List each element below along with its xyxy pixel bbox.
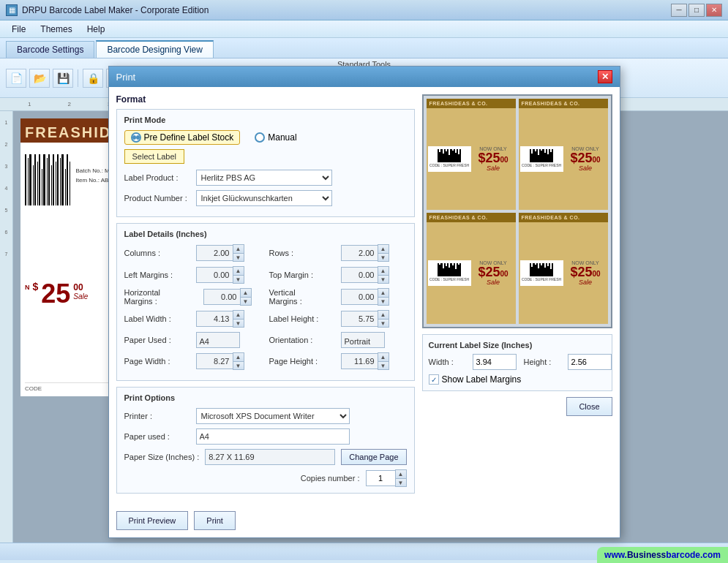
preview-barcode-3: CODE : SUPER FRESH xyxy=(428,260,471,286)
preview-body-inner-4: CODE : SUPER FRESH NOW ONLY $2500 Sale xyxy=(520,260,607,286)
size-row: Width : Height : xyxy=(429,354,606,370)
columns-up[interactable]: ▲ xyxy=(233,245,244,253)
label-height-down[interactable]: ▼ xyxy=(378,319,389,327)
rows-spinner: ▲ ▼ xyxy=(341,244,389,262)
dialog-title: Print xyxy=(116,72,136,83)
toolbar-new[interactable]: 📄 xyxy=(6,69,26,88)
rows-down[interactable]: ▼ xyxy=(378,253,389,261)
horizontal-margins-down[interactable]: ▼ xyxy=(241,297,251,305)
close-button[interactable]: ✕ xyxy=(706,4,722,17)
toolbar-lock[interactable]: 🔒 xyxy=(83,69,103,88)
preview-label-2: FREASHIDEAS & CO. xyxy=(519,99,608,210)
toolbar-open[interactable]: 📂 xyxy=(29,69,50,88)
columns-down[interactable]: ▼ xyxy=(233,253,244,261)
copies-spinner-btns: ▲ ▼ xyxy=(395,469,407,487)
top-margin-up[interactable]: ▲ xyxy=(378,267,389,275)
page-height-down[interactable]: ▼ xyxy=(378,361,389,369)
radio-predefine-btn[interactable] xyxy=(131,132,141,143)
columns-input[interactable] xyxy=(196,245,233,261)
radio-predefine[interactable]: Pre Define Label Stock xyxy=(124,130,241,145)
print-dialog: Print ✕ Format Print Mode Pre Define Lab… xyxy=(108,66,620,538)
left-margins-up[interactable]: ▲ xyxy=(233,267,244,275)
menu-themes[interactable]: Themes xyxy=(34,23,78,36)
page-width-input[interactable] xyxy=(196,353,233,369)
label-height-up[interactable]: ▲ xyxy=(378,311,389,319)
minimize-button[interactable]: ─ xyxy=(671,4,687,17)
width-value-input[interactable] xyxy=(473,354,517,370)
page-width-spinner: ▲ ▼ xyxy=(196,352,244,370)
close-button[interactable]: Close xyxy=(566,397,612,416)
horizontal-margins-up[interactable]: ▲ xyxy=(241,289,251,297)
tab-barcode-settings[interactable]: Barcode Settings xyxy=(6,41,94,58)
page-width-row: Page Width : ▲ ▼ xyxy=(124,352,262,370)
copies-label: Copies number : xyxy=(301,474,360,483)
paper-used-print-row: Paper used : xyxy=(124,428,407,445)
price-2: $2500 xyxy=(570,151,600,165)
preview-cell-1: FREASHIDEAS & CO. xyxy=(427,99,516,210)
paper-used-print-input[interactable] xyxy=(196,428,350,445)
paper-size-row: Paper Size (Inches) : Change Page xyxy=(124,449,407,465)
preview-label-3: FREASHIDEAS & CO. xyxy=(427,213,516,324)
left-margins-input[interactable] xyxy=(196,267,233,283)
print-button[interactable]: Print xyxy=(194,511,236,530)
menu-help[interactable]: Help xyxy=(81,23,111,36)
printer-select[interactable]: Microsoft XPS Document Writer xyxy=(196,408,350,424)
horizontal-margins-input[interactable] xyxy=(203,289,240,305)
page-height-input[interactable] xyxy=(341,353,378,369)
label-width-up[interactable]: ▲ xyxy=(233,311,244,319)
rows-input[interactable] xyxy=(341,245,378,261)
paper-size-input[interactable] xyxy=(205,449,335,465)
label-product-select[interactable]: Herlitz PBS AG xyxy=(196,170,332,186)
vertical-margins-down[interactable]: ▼ xyxy=(378,297,389,305)
current-size-title: Current Label Size (Inches) xyxy=(429,341,606,349)
watermark-text2: Business xyxy=(627,550,666,560)
page-width-down[interactable]: ▼ xyxy=(233,361,244,369)
product-number-select[interactable]: Inkjet Glückwunschkarten xyxy=(196,190,332,206)
show-margins-label: Show Label Margins xyxy=(442,374,522,385)
radio-manual[interactable]: Manual xyxy=(255,132,296,143)
preview-label-top-1: FREASHIDEAS & CO. xyxy=(427,99,516,108)
select-label-button[interactable]: Select Label xyxy=(124,149,185,164)
height-label: Height : xyxy=(524,358,560,366)
height-value-input[interactable] xyxy=(568,354,612,370)
product-number-row: Product Number : Inkjet Glückwunschkarte… xyxy=(124,190,407,206)
preview-barcode-4: CODE : SUPER FRESH xyxy=(520,260,563,286)
label-width-input[interactable] xyxy=(196,311,233,327)
sale-3: Sale xyxy=(487,279,500,286)
label-height-input[interactable] xyxy=(341,311,378,327)
radio-manual-btn[interactable] xyxy=(255,132,265,143)
label-height-spinner: ▲ ▼ xyxy=(341,310,389,328)
preview-label-4: FREASHIDEAS & CO. xyxy=(519,213,608,324)
left-margins-down[interactable]: ▼ xyxy=(233,275,244,283)
dialog-right-panel: FREASHIDEAS & CO. xyxy=(422,94,612,499)
print-preview-button[interactable]: Print Preview xyxy=(116,511,189,530)
vertical-margins-input[interactable] xyxy=(341,289,378,305)
label-width-down[interactable]: ▼ xyxy=(233,319,244,327)
label-product-row: Label Product : Herlitz PBS AG xyxy=(124,170,407,186)
top-margin-input[interactable] xyxy=(341,267,378,283)
format-section-title: Format xyxy=(116,94,415,105)
show-margins-checkbox[interactable]: ✓ xyxy=(429,374,439,385)
rows-up[interactable]: ▲ xyxy=(378,245,389,253)
maximize-button[interactable]: □ xyxy=(688,4,705,17)
page-height-row: Page Height : ▲ ▼ xyxy=(269,352,407,370)
preview-barcode-2: CODE : SUPER FRESH xyxy=(520,146,563,172)
top-margin-down[interactable]: ▼ xyxy=(378,275,389,283)
toolbar-save[interactable]: 💾 xyxy=(53,69,73,88)
tab-barcode-designing[interactable]: Barcode Designing View xyxy=(96,40,214,58)
page-width-up[interactable]: ▲ xyxy=(233,353,244,361)
preview-label-body-4: CODE : SUPER FRESH NOW ONLY $2500 Sale xyxy=(519,222,608,324)
copies-down[interactable]: ▼ xyxy=(396,478,406,486)
vertical-margins-up[interactable]: ▲ xyxy=(378,289,389,297)
label-product-label: Label Product : xyxy=(124,173,190,182)
watermark-text1: www. xyxy=(604,550,627,560)
change-page-button[interactable]: Change Page xyxy=(341,449,406,465)
price-3: $2500 xyxy=(478,265,508,279)
dialog-close-icon[interactable]: ✕ xyxy=(598,70,612,83)
copies-input[interactable] xyxy=(366,470,395,486)
label-details-cols: Columns : ▲ ▼ Left Margins : xyxy=(124,244,407,374)
page-height-up[interactable]: ▲ xyxy=(378,353,389,361)
copies-up[interactable]: ▲ xyxy=(396,470,406,478)
print-mode-radio-group: Pre Define Label Stock Manual xyxy=(124,130,407,145)
menu-file[interactable]: File xyxy=(6,23,31,36)
